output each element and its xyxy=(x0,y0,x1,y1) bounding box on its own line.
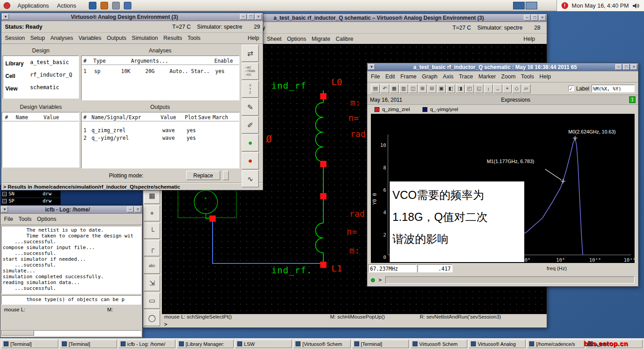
menu-file[interactable]: File xyxy=(371,73,380,80)
waveform-plot[interactable]: Y0 0 1086420 10⁸10⁹10¹⁰10¹¹ M0(2.624GHz,… xyxy=(371,114,635,263)
legend-item[interactable]: q_-yimg/yrel xyxy=(422,107,458,112)
window-menu-icon[interactable]: ▾ xyxy=(2,14,9,20)
label-checkbox[interactable]: ✓ xyxy=(568,86,574,91)
minimize-icon[interactable]: – xyxy=(615,64,622,70)
waveform-prompt[interactable]: > xyxy=(379,277,382,283)
taskbar-item[interactable]: [Terminal] xyxy=(1,340,58,348)
note-icon[interactable]: ▭ xyxy=(144,293,160,309)
wire-route-icon[interactable]: ┌ xyxy=(144,240,160,256)
menu-marker[interactable]: Marker xyxy=(479,73,496,80)
analysis-row[interactable]: 1sp10K20GAuto..Star..yes xyxy=(82,68,239,75)
wire-label-icon[interactable]: abc xyxy=(144,258,160,274)
workspace-2[interactable] xyxy=(526,2,537,9)
menu-actions[interactable]: Actions xyxy=(57,2,76,9)
zoom-x-icon[interactable]: ↔ xyxy=(493,84,502,93)
menu-edit[interactable]: Edit xyxy=(385,73,395,80)
menu-file[interactable]: File xyxy=(4,216,13,222)
close-icon[interactable]: × xyxy=(135,207,141,212)
stop-icon[interactable]: ● xyxy=(242,152,259,169)
zoom-y-icon[interactable]: ↕ xyxy=(484,84,493,93)
marker-m1[interactable]: M1(1.177GHz, 6.783) xyxy=(487,159,565,183)
clock[interactable]: Mon May 16, 4:40 PM xyxy=(572,2,629,9)
scrollbar-thumb[interactable] xyxy=(2,331,34,336)
menu-help[interactable]: Help xyxy=(523,36,535,42)
workspace-switcher[interactable] xyxy=(513,2,537,9)
menu-frame[interactable]: Frame xyxy=(400,73,417,80)
grid-icon[interactable]: ▦ xyxy=(390,84,399,93)
design-variables-panel[interactable]: #NameValue xyxy=(2,112,79,168)
undo-icon[interactable]: ↶ xyxy=(380,84,389,93)
outputs-panel[interactable]: #Name/Signal/ExprValuePlotSaveMarch 1q_z… xyxy=(81,112,239,168)
menu-variables[interactable]: Variables xyxy=(78,35,101,41)
left-axis-icon[interactable]: ◧ xyxy=(446,84,455,93)
marker-icon[interactable]: ◇ xyxy=(512,84,521,93)
menu-analyses[interactable]: Analyses xyxy=(50,35,73,41)
wire[interactable] xyxy=(213,222,320,263)
menu-options[interactable]: Options xyxy=(287,36,306,42)
active-graph-icon[interactable]: ▣ xyxy=(437,84,446,93)
taskbar-item[interactable]: [Terminal] xyxy=(60,340,117,348)
command-entry[interactable] xyxy=(385,276,635,284)
menu-trace[interactable]: Trace xyxy=(459,73,473,80)
volume-icon[interactable] xyxy=(632,2,640,9)
lsw-layer-row[interactable]: SPdrw xyxy=(1,198,61,205)
menu-axis[interactable]: Axis xyxy=(443,73,454,80)
ade-titlebar[interactable]: ▾ Virtuoso® Analog Design Environment (3… xyxy=(1,13,263,21)
zoom-region-icon[interactable]: ◱ xyxy=(474,84,483,93)
command-prompt[interactable]: > xyxy=(164,321,167,327)
plotting-mode-select[interactable]: Replace xyxy=(186,171,220,180)
variables-icon[interactable]: X Y Z xyxy=(242,81,259,98)
maximize-icon[interactable]: □ xyxy=(531,15,538,21)
marker-value-field[interactable]: .417 xyxy=(418,264,453,272)
inductor-symbol[interactable] xyxy=(316,90,323,267)
taskbar-item[interactable]: [/home/cadence/s xyxy=(527,340,584,348)
right-axis-icon[interactable]: ◨ xyxy=(456,84,465,93)
plotting-mode-stub[interactable] xyxy=(223,171,229,180)
delete-window-icon[interactable]: ⊟ xyxy=(427,84,436,93)
log-scrollbar[interactable] xyxy=(1,330,141,336)
probe-icon[interactable]: ✐ xyxy=(242,116,259,134)
taskbar-item[interactable]: icfb - Log: /home/ xyxy=(118,340,175,348)
menu-setup[interactable]: Setup xyxy=(30,35,45,41)
log-output[interactable]: The netlist is up to date. Time taken to… xyxy=(1,226,141,294)
marker-freq-field[interactable]: 67.237MHz xyxy=(368,264,417,272)
taskbar-item[interactable]: Virtuoso® Analog xyxy=(469,340,526,348)
floppy-icon[interactable] xyxy=(124,2,131,9)
menu-zoom[interactable]: Zoom xyxy=(501,73,516,80)
printer-icon[interactable] xyxy=(112,2,120,9)
wire-corner-icon[interactable]: └ xyxy=(144,223,160,239)
output-row[interactable]: 2q_-yimg/yrelwaveyes xyxy=(82,134,239,142)
plot-outputs-icon[interactable]: ∿ xyxy=(242,170,259,187)
menu-options[interactable]: Options xyxy=(37,216,56,222)
select-icon[interactable]: ⌖ xyxy=(144,205,160,221)
netlist-run-icon[interactable]: ● xyxy=(242,134,259,151)
window-menu-icon[interactable]: ▾ xyxy=(368,64,375,70)
menu-tools[interactable]: Tools xyxy=(521,73,534,80)
close-icon[interactable]: × xyxy=(631,64,637,70)
menu-help[interactable]: Help xyxy=(248,35,259,41)
distro-menu-icon[interactable] xyxy=(4,2,10,9)
log-titlebar[interactable]: ▾ icfb - Log: /home/ – × xyxy=(0,206,142,214)
menu-outputs[interactable]: Outputs xyxy=(107,35,126,41)
analyses-panel[interactable]: #TypeArguments...Enable 1sp10K20GAuto..S… xyxy=(81,56,239,100)
split-window-icon[interactable]: ◫ xyxy=(409,84,418,93)
minimize-icon[interactable]: – xyxy=(127,207,134,212)
menu-help[interactable]: Help xyxy=(540,73,551,80)
slope-icon[interactable]: ▱ xyxy=(522,84,531,93)
close-icon[interactable]: × xyxy=(539,15,546,21)
taskbar-item[interactable]: [Terminal] xyxy=(352,340,409,348)
outputs-setup-icon[interactable]: ✎ xyxy=(242,99,259,116)
window-menu-icon[interactable]: ▾ xyxy=(1,207,8,212)
menu-sheet[interactable]: Sheet xyxy=(267,36,282,42)
workspace-1[interactable] xyxy=(513,2,525,9)
menu-tools[interactable]: Tools xyxy=(18,216,31,222)
taskbar-item[interactable]: Virtuoso® Schem xyxy=(410,340,467,348)
maximize-icon[interactable]: □ xyxy=(248,14,254,20)
zoom-fit-icon[interactable]: ◰ xyxy=(465,84,474,93)
minimize-icon[interactable]: – xyxy=(240,14,247,20)
taskbar-item[interactable]: [Virtuoso® Schem xyxy=(293,340,350,348)
menu-session[interactable]: Session xyxy=(5,35,25,41)
web-browser-icon[interactable] xyxy=(89,2,96,9)
output-row[interactable]: 1q_zimg_zrelwaveyes xyxy=(82,127,239,134)
menu-results[interactable]: Results xyxy=(163,35,182,41)
